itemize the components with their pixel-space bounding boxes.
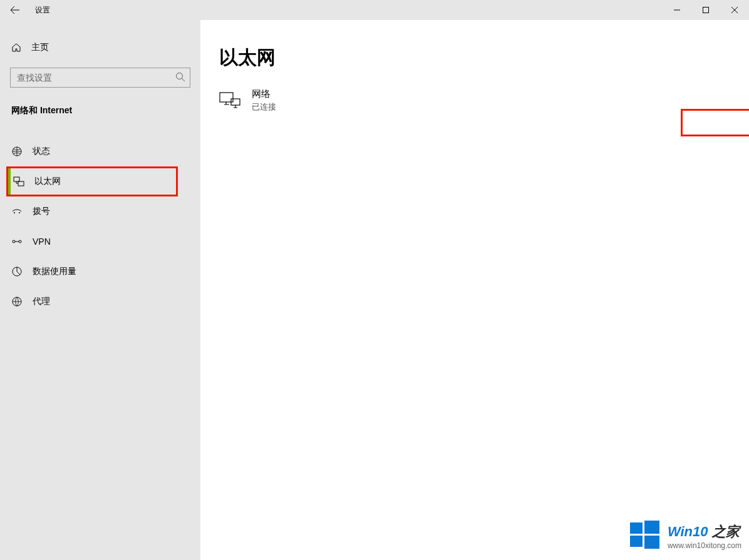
search-icon bbox=[175, 72, 185, 84]
home-link[interactable]: 主页 bbox=[0, 35, 200, 60]
close-icon bbox=[731, 7, 738, 13]
svg-point-7 bbox=[13, 240, 15, 243]
sidebar-item-label: 以太网 bbox=[34, 176, 61, 187]
minimize-button[interactable] bbox=[663, 0, 691, 20]
back-button[interactable] bbox=[0, 0, 30, 20]
window-title: 设置 bbox=[35, 5, 50, 16]
status-icon bbox=[11, 146, 23, 157]
sidebar-item-label: 数据使用量 bbox=[33, 266, 76, 277]
home-label: 主页 bbox=[31, 42, 49, 53]
minimize-icon bbox=[674, 7, 680, 13]
svg-rect-16 bbox=[644, 536, 659, 549]
svg-point-5 bbox=[14, 212, 15, 213]
page-title: 以太网 bbox=[219, 45, 749, 71]
sidebar-item-dialup[interactable]: 拨号 bbox=[0, 196, 200, 227]
close-button[interactable] bbox=[720, 0, 749, 20]
home-icon bbox=[11, 43, 21, 53]
maximize-button[interactable] bbox=[691, 0, 720, 20]
ethernet-icon bbox=[13, 176, 24, 187]
link-advanced-sharing[interactable]: 更改高级共享设置 bbox=[681, 109, 749, 136]
sidebar-item-vpn[interactable]: VPN bbox=[0, 227, 200, 257]
search-wrap bbox=[10, 68, 190, 88]
sidebar-item-label: 拨号 bbox=[33, 206, 50, 217]
maximize-icon bbox=[703, 7, 709, 13]
datausage-icon bbox=[11, 266, 23, 277]
sidebar-item-datausage[interactable]: 数据使用量 bbox=[0, 257, 200, 287]
titlebar: 设置 bbox=[0, 0, 749, 20]
search-input[interactable] bbox=[10, 68, 190, 88]
svg-rect-0 bbox=[703, 8, 709, 13]
watermark: Win10 之家 www.win10xitong.com bbox=[629, 519, 741, 554]
svg-rect-13 bbox=[630, 522, 643, 534]
vpn-icon bbox=[11, 236, 23, 247]
windows-logo-icon bbox=[629, 519, 661, 554]
dialup-icon bbox=[11, 206, 23, 217]
svg-point-6 bbox=[19, 212, 20, 213]
active-indicator bbox=[8, 168, 11, 195]
network-status: 已连接 bbox=[252, 101, 276, 113]
sidebar-item-label: VPN bbox=[33, 237, 51, 247]
proxy-icon bbox=[11, 296, 23, 307]
svg-rect-4 bbox=[18, 181, 24, 186]
window-controls bbox=[663, 0, 749, 20]
svg-point-8 bbox=[19, 240, 21, 243]
sidebar-item-label: 状态 bbox=[33, 146, 50, 157]
svg-rect-14 bbox=[644, 521, 659, 534]
sidebar-section-title: 网络和 Internet bbox=[0, 95, 200, 124]
arrow-left-icon bbox=[10, 5, 20, 15]
watermark-url: www.win10xitong.com bbox=[668, 541, 741, 550]
sidebar-item-status[interactable]: 状态 bbox=[0, 136, 200, 166]
sidebar-item-proxy[interactable]: 代理 bbox=[0, 287, 200, 317]
watermark-brand: Win10 之家 bbox=[668, 522, 741, 541]
sidebar-item-label: 代理 bbox=[33, 296, 50, 307]
svg-point-1 bbox=[177, 73, 183, 79]
svg-rect-3 bbox=[14, 177, 19, 181]
sidebar-item-ethernet[interactable]: 以太网 bbox=[6, 166, 178, 196]
svg-rect-15 bbox=[630, 536, 643, 547]
network-name: 网络 bbox=[252, 88, 276, 100]
sidebar: 主页 网络和 Internet 状态 以太网 bbox=[0, 20, 200, 560]
monitor-icon bbox=[219, 92, 240, 109]
main-content: 以太网 网络 已连接 相关设置 更改适配器选项 更改高级共享设置 网络和共享中心… bbox=[200, 20, 749, 560]
network-item[interactable]: 网络 已连接 bbox=[219, 88, 749, 113]
